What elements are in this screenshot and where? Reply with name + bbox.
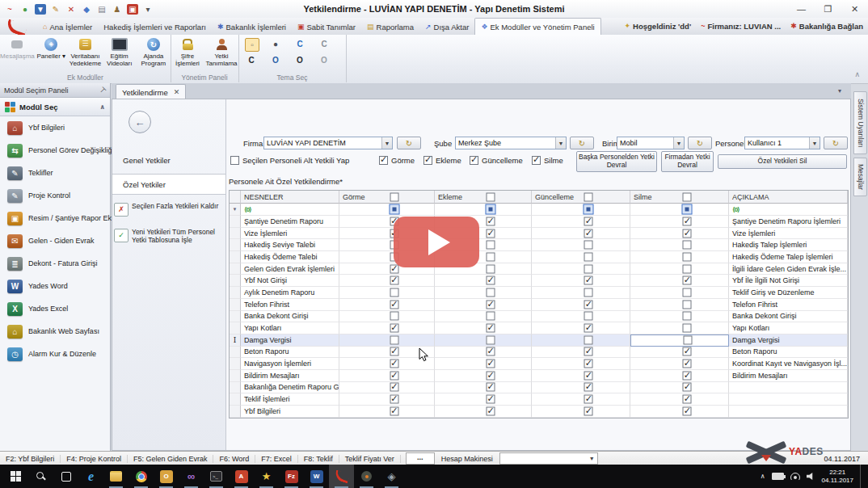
gorme-checkbox[interactable] [390, 264, 398, 273]
star-user-icon[interactable]: ★ [254, 465, 279, 488]
tab-list-dropdown-icon[interactable]: ▾ [838, 87, 841, 95]
ribbon-button-ifre-i-lemleri[interactable]: Şifre İşlemleri [171, 36, 204, 68]
sidebar-item-ybf-bilgileri[interactable]: ⌂Ybf Bilgileri [0, 116, 110, 139]
column-header-g-rme[interactable]: Görme [339, 191, 435, 204]
table-row[interactable]: Gelen Giden Evrak İşlemleriİlgili İdare … [230, 263, 848, 276]
theme-light-c-button[interactable]: C [318, 38, 331, 50]
volume-icon[interactable] [807, 473, 815, 480]
silme-checkbox[interactable] [683, 371, 692, 380]
guncelleme-checkbox[interactable] [584, 276, 593, 285]
access-icon[interactable]: A [229, 465, 254, 488]
silme-checkbox[interactable] [683, 324, 692, 333]
theme-blue-c-button[interactable]: C [293, 38, 306, 50]
checkbox[interactable] [470, 156, 478, 165]
gorme-checkbox[interactable] [390, 383, 398, 392]
silme-cell[interactable] [630, 216, 729, 228]
chrome-icon[interactable] [129, 465, 154, 488]
gorme-checkbox[interactable] [390, 276, 398, 285]
gorme-checkbox[interactable] [390, 312, 398, 321]
column-header-silme[interactable]: Silme [630, 191, 729, 204]
personel-refresh-button[interactable]: ↻ [824, 137, 848, 149]
guncelleme-checkbox[interactable] [584, 371, 593, 380]
tab-yetkilendirme[interactable]: Yetkilendirme ✕ [116, 84, 186, 99]
users-icon[interactable]: ♟ [112, 4, 123, 15]
silme-checkbox[interactable] [683, 276, 692, 285]
guncelleme-checkbox[interactable] [584, 335, 593, 344]
table-row[interactable]: Bildirim MesajlarıBildirim Mesajları [230, 370, 848, 382]
gorme-checkbox[interactable] [390, 360, 398, 368]
silme-checkbox[interactable] [683, 395, 692, 404]
table-row[interactable]: Navigasyon İşlemleriKoordinat Kayıt ve N… [230, 358, 848, 370]
silme-cell[interactable] [630, 311, 729, 323]
silme-cell[interactable] [630, 358, 729, 370]
table-row[interactable]: IDamga VergisiDamga Vergisi [230, 334, 848, 347]
gorme-checkbox[interactable] [390, 288, 398, 297]
tab-close-icon[interactable]: ✕ [174, 88, 180, 96]
column-header-ekleme[interactable]: Ekleme [435, 191, 532, 204]
silme-cell[interactable] [630, 347, 729, 359]
silme-cell[interactable] [630, 263, 729, 276]
quick-check-g-rme[interactable]: Görme [379, 156, 415, 165]
word-icon[interactable]: W [304, 465, 329, 488]
quick-check-silme[interactable]: Silme [532, 156, 563, 165]
ekleme-cell[interactable] [435, 287, 532, 299]
guncelleme-cell[interactable] [532, 334, 630, 347]
ekleme-checkbox[interactable] [487, 300, 495, 309]
guncelleme-checkbox[interactable] [584, 217, 593, 225]
sidebar-item-bakanl-k-web-sayfas[interactable]: ⌂Bakanlık Web Sayfası [0, 320, 110, 343]
table-row[interactable]: Telefon FihristTelefon Fihrist [230, 299, 848, 311]
yades-app-icon[interactable] [329, 465, 354, 488]
navigate-icon[interactable]: ◆ [81, 4, 92, 15]
exit-box-icon[interactable]: ▣ [127, 4, 138, 15]
ekleme-cell[interactable] [435, 393, 532, 406]
silme-cell[interactable] [630, 393, 729, 406]
silme-cell[interactable] [630, 239, 729, 251]
visual-studio-icon[interactable]: ∞ [179, 465, 204, 488]
silme-cell[interactable] [630, 322, 729, 334]
silme-checkbox[interactable] [683, 241, 692, 250]
table-row[interactable]: Aylık Denetim RaporuTeklif Giriş ve Düze… [230, 287, 848, 299]
app-extra-1-icon[interactable] [354, 465, 379, 488]
silme-checkbox[interactable] [683, 383, 692, 392]
guncelleme-checkbox[interactable] [584, 324, 593, 333]
silme-checkbox[interactable] [683, 252, 692, 261]
gorme-cell[interactable] [339, 406, 435, 418]
tab-sistem-uyarilari[interactable]: Sistem Uyarıları [853, 91, 867, 154]
personel-combo[interactable]: Kullanıcı 1▼ [744, 137, 820, 149]
ekleme-cell[interactable] [435, 370, 532, 382]
ribbon-tab-sabit-tan-mlar[interactable]: ▣Sabit Tanımlar [292, 19, 361, 35]
ho-geldiniz-dd[interactable]: ✦Hoşgeldiniz 'dd' [620, 22, 697, 31]
column-header-g-ncelleme[interactable]: Güncelleme [532, 191, 630, 204]
table-row[interactable]: Ybf Bilgileri [230, 406, 848, 418]
checkbox[interactable] [532, 156, 541, 165]
ekleme-checkbox[interactable] [487, 217, 495, 225]
silme-select-all-checkbox[interactable] [683, 192, 692, 201]
gorme-cell[interactable] [339, 322, 435, 334]
ribbon-tab-raporlama[interactable]: ▤Raporlama [361, 19, 419, 35]
silme-cell[interactable] [630, 287, 729, 299]
console-icon[interactable]: >_ [204, 465, 229, 488]
app-swoosh-icon[interactable]: ~ [4, 4, 15, 15]
sidebar-item-personel-g-rev-de-i-ikli-i[interactable]: ⇆Personel Görev Değişikliği [0, 139, 110, 162]
guncelleme-checkbox[interactable] [584, 241, 593, 250]
delete-icon[interactable]: ✕ [65, 4, 77, 15]
ribbon-tab-ek-mod-ller-ve-y-netim-paneli[interactable]: ❖Ek Modüller ve Yönetim Paneli [474, 18, 600, 35]
youtube-play-button[interactable] [394, 217, 479, 267]
guncelleme-cell[interactable] [532, 228, 630, 240]
ekleme-checkbox[interactable] [487, 406, 495, 415]
checkbox[interactable] [423, 156, 432, 165]
table-row[interactable]: Yapı KotlarıYapı Kotları [230, 322, 848, 334]
guncelleme-cell[interactable] [532, 406, 630, 418]
table-row[interactable]: Teklif İşlemleri [230, 393, 848, 406]
save-icon[interactable]: ▼ [35, 4, 46, 15]
button-firmadan-yetki-devral[interactable]: Firmadan Yetki Devral [661, 151, 714, 172]
ekleme-checkbox[interactable] [487, 241, 495, 250]
theme-blue-o-button[interactable]: O [269, 54, 282, 66]
gorme-cell[interactable] [339, 370, 435, 382]
ribbon-tab-d-a-aktar[interactable]: ↗Dışa Aktar [419, 19, 474, 35]
ekleme-cell[interactable] [435, 382, 532, 394]
ekleme-cell[interactable] [435, 275, 532, 287]
task-view-icon[interactable] [53, 465, 78, 488]
nav-item-zel-yetkiler[interactable]: Özel Yetkiler [112, 174, 225, 195]
sidebar-item-alarm-kur-d-zenle[interactable]: ◷Alarm Kur & Düzenle [0, 343, 110, 365]
